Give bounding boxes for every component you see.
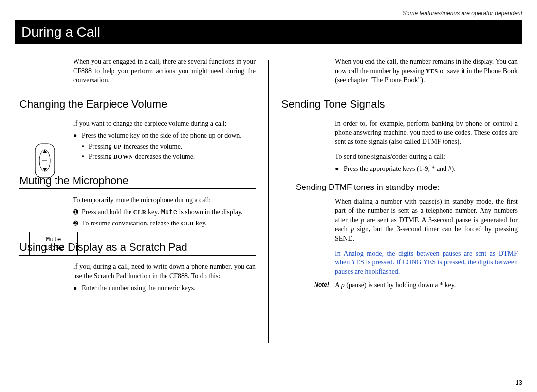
text: decreases the volume. bbox=[133, 153, 195, 160]
display-line-2: 13:52 bbox=[31, 244, 76, 253]
display-line-1: Mute bbox=[31, 235, 76, 244]
text: is shown in the display. bbox=[177, 208, 242, 216]
text: key. bbox=[194, 220, 206, 227]
mono-mute: Mute bbox=[161, 208, 177, 216]
muting-content: To temporarily mute the microphone durin… bbox=[73, 196, 256, 228]
p-var: p bbox=[361, 216, 364, 224]
left-column: When you are engaged in a call, there ar… bbox=[15, 57, 268, 343]
key-clr: CLR bbox=[181, 220, 194, 227]
scratch-lead: If you, during a call, need to write dow… bbox=[73, 262, 256, 281]
page-title: During a Call bbox=[15, 20, 522, 44]
page-number: 13 bbox=[516, 379, 522, 386]
p-var: p bbox=[341, 281, 345, 289]
key-clr: CLR bbox=[133, 209, 147, 216]
bullet-text: Press the volume key on the side of the … bbox=[82, 131, 256, 141]
key-down: DOWN bbox=[113, 153, 133, 160]
right-intro: When you end the call, the number remain… bbox=[335, 57, 518, 85]
text: To resume conversation, release the bbox=[82, 220, 181, 227]
text: Press and hold the bbox=[82, 208, 133, 216]
volume-key-illustration bbox=[29, 141, 63, 180]
intro-paragraph: When you are engaged in a call, there ar… bbox=[73, 57, 256, 85]
content-columns: When you are engaged in a call, there ar… bbox=[15, 57, 522, 343]
muting-step-2: ➋ To resume conversation, release the CL… bbox=[73, 219, 256, 228]
muting-lead: To temporarily mute the microphone durin… bbox=[73, 196, 256, 205]
note-row: Note! A p (pause) is sent by holding dow… bbox=[281, 281, 518, 289]
note-body: A p (pause) is sent by holding down a * … bbox=[335, 281, 518, 289]
mute-display-illustration: Mute 13:52 bbox=[29, 232, 78, 256]
text: sign, but the 3-second timer can be forc… bbox=[335, 225, 518, 242]
bullet-text: Pressing UP increases the volume. bbox=[89, 142, 182, 151]
muting-step-1: ➊ Press and hold the CLR key. Mute is sh… bbox=[73, 208, 256, 217]
tone-lead: To send tone signals/codes during a call… bbox=[335, 152, 518, 162]
earpiece-content: If you want to change the earpiece volum… bbox=[73, 119, 256, 162]
text: A bbox=[335, 281, 341, 289]
dtmf-p2: When dialing a number with pause(s) in s… bbox=[335, 197, 518, 243]
analog-mode-note: In Analog mode, the digits between pause… bbox=[335, 249, 518, 277]
text: increases the volume. bbox=[122, 143, 182, 150]
scratch-bullet-1: ● Enter the number using the numeric key… bbox=[73, 284, 256, 293]
bullet-icon: • bbox=[82, 142, 89, 151]
subheading-dtmf-standby: Sending DTMF tones in standby mode: bbox=[296, 183, 518, 192]
step-icon: ➊ bbox=[73, 208, 82, 217]
note-label: Note! bbox=[281, 281, 335, 289]
right-column: When you end the call, the number remain… bbox=[269, 57, 522, 343]
heading-earpiece-volume: Changing the Earpiece Volume bbox=[19, 98, 256, 112]
earpiece-lead: If you want to change the earpiece volum… bbox=[73, 119, 256, 129]
step-icon: ➋ bbox=[73, 219, 82, 228]
text: Pressing bbox=[89, 153, 113, 160]
scratch-content: If you, during a call, need to write dow… bbox=[73, 262, 256, 293]
bullet-icon: ● bbox=[73, 284, 82, 293]
earpiece-sub-2: • Pressing DOWN decreases the volume. bbox=[82, 152, 256, 162]
text: Pressing bbox=[89, 143, 113, 150]
tone-lead-block: To send tone signals/codes during a call… bbox=[335, 152, 518, 174]
bullet-icon: ● bbox=[73, 131, 82, 141]
step-text: To resume conversation, release the CLR … bbox=[82, 219, 256, 228]
earpiece-sub-1: • Pressing UP increases the volume. bbox=[82, 142, 256, 151]
header-note: Some features/menus are operator depende… bbox=[15, 10, 522, 17]
text: key. bbox=[147, 208, 161, 216]
earpiece-bullet-1: ● Press the volume key on the side of th… bbox=[73, 131, 256, 141]
bullet-icon: • bbox=[82, 152, 89, 162]
tone-bullet-1: ● Press the appropriate keys (1-9, * and… bbox=[335, 165, 518, 174]
tone-p1: In order to, for example, perform bankin… bbox=[335, 119, 518, 147]
text: (pause) is sent by holding down a * key. bbox=[345, 281, 456, 289]
key-yes: YES bbox=[426, 68, 438, 75]
bullet-icon: ● bbox=[335, 165, 344, 174]
key-up: UP bbox=[113, 143, 122, 150]
bullet-text: Pressing DOWN decreases the volume. bbox=[89, 152, 195, 162]
step-text: Press and hold the CLR key. Mute is show… bbox=[82, 208, 256, 217]
bullet-text: Press the appropriate keys (1-9, * and #… bbox=[344, 165, 518, 174]
bullet-text: Enter the number using the numeric keys. bbox=[82, 284, 256, 293]
heading-tone-signals: Sending Tone Signals bbox=[281, 98, 518, 112]
